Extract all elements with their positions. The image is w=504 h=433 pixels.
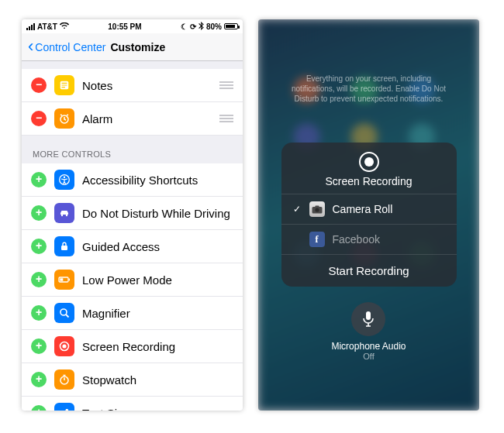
screen-recording-popup: Screen Recording ✓ Camera Roll f Faceboo… (281, 143, 457, 287)
page-title: Customize (110, 41, 165, 53)
facebook-icon: f (309, 232, 325, 247)
remove-button[interactable]: − (31, 111, 47, 126)
back-label: Control Center (35, 41, 105, 53)
list-item[interactable]: + Guided Access (22, 230, 243, 263)
battery-pct-label: 80% (206, 22, 222, 31)
list-item-label: Low Power Mode (82, 273, 233, 287)
accessibility-icon (54, 170, 74, 190)
status-bar: AT&T 10:55 PM ☾ ⟳ 80% (22, 19, 243, 33)
list-item[interactable]: − Notes (22, 69, 243, 102)
svg-point-10 (60, 309, 67, 315)
option-label: Camera Roll (333, 203, 393, 215)
alarm-icon (54, 108, 74, 129)
option-label: Facebook (333, 233, 380, 246)
svg-point-5 (66, 215, 67, 216)
destination-option-facebook[interactable]: f Facebook (281, 225, 457, 255)
microphone-toggle-button[interactable] (351, 302, 385, 336)
list-item-label: Notes (82, 79, 212, 92)
list-item-label: Stopwatch (82, 373, 233, 387)
battery-icon (224, 23, 238, 29)
list-item[interactable]: − Alarm (22, 102, 243, 136)
back-button[interactable]: ‹ Control Center (28, 39, 105, 56)
svg-point-12 (62, 344, 66, 348)
add-button[interactable]: + (31, 205, 47, 221)
wifi-icon (60, 22, 69, 31)
carrier-label: AT&T (37, 22, 57, 31)
mic-label: Microphone Audio (331, 341, 406, 352)
recording-hint: Everything on your screen, including not… (288, 74, 450, 104)
svg-rect-6 (61, 246, 67, 250)
record-icon (54, 336, 74, 356)
reorder-handle-icon[interactable] (219, 115, 233, 122)
svg-point-3 (64, 177, 65, 178)
list-item[interactable]: + AA Text Size (22, 397, 243, 411)
list-item[interactable]: + Do Not Disturb While Driving (22, 197, 243, 230)
svg-point-4 (61, 215, 63, 216)
notes-icon (54, 75, 74, 95)
list-item-label: Alarm (82, 112, 212, 125)
right-phone-recording: Everything on your screen, including not… (258, 19, 479, 411)
stopwatch-icon (54, 369, 74, 390)
popup-title: Screen Recording (281, 175, 457, 187)
mic-state: Off (363, 352, 374, 361)
list-item[interactable]: + Accessibility Shortcuts (22, 163, 243, 197)
svg-rect-17 (366, 311, 371, 320)
battery-low-icon (54, 270, 74, 290)
list-item[interactable]: + Screen Recording (22, 330, 243, 363)
orientation-lock-icon: ⟳ (190, 22, 196, 31)
lock-icon (54, 236, 74, 256)
list-item[interactable]: + Low Power Mode (22, 263, 243, 297)
add-button[interactable]: + (31, 305, 47, 321)
section-header: MORE CONTROLS (22, 136, 243, 163)
list-item-label: Text Size (82, 407, 233, 411)
list-item-label: Do Not Disturb While Driving (82, 207, 233, 220)
bluetooth-icon (198, 22, 204, 32)
record-target-icon (359, 152, 379, 172)
microphone-icon (361, 311, 375, 328)
add-button[interactable]: + (31, 338, 47, 354)
magnifier-icon (54, 303, 74, 323)
list-item-label: Magnifier (82, 307, 233, 320)
checkmark-icon: ✓ (292, 204, 302, 215)
list-item-label: Accessibility Shortcuts (82, 174, 233, 187)
svg-point-15 (315, 208, 319, 211)
list-item-label: Screen Recording (82, 340, 233, 353)
do-not-disturb-icon: ☾ (181, 22, 188, 31)
chevron-left-icon: ‹ (28, 38, 33, 55)
svg-rect-16 (315, 205, 319, 208)
list-item[interactable]: + Stopwatch (22, 363, 243, 397)
remove-button[interactable]: − (31, 77, 47, 93)
svg-rect-9 (69, 279, 70, 281)
clock-label: 10:55 PM (108, 22, 141, 31)
camera-icon (309, 201, 325, 217)
add-button[interactable]: + (31, 372, 47, 387)
nav-bar: ‹ Control Center Customize (22, 33, 243, 61)
list-item-label: Guided Access (82, 240, 233, 253)
reorder-handle-icon[interactable] (219, 81, 233, 89)
controls-list: − Notes − Alarm MORE CONTROLS + (22, 61, 243, 411)
car-icon (54, 203, 74, 223)
add-button[interactable]: + (31, 239, 47, 254)
start-recording-button[interactable]: Start Recording (281, 255, 457, 287)
svg-rect-8 (60, 278, 63, 280)
add-button[interactable]: + (31, 272, 47, 287)
add-button[interactable]: + (31, 405, 47, 411)
text-size-icon: AA (54, 403, 74, 411)
left-phone-settings: AT&T 10:55 PM ☾ ⟳ 80% ‹ Control Center (22, 19, 243, 411)
list-item[interactable]: + Magnifier (22, 297, 243, 330)
add-button[interactable]: + (31, 172, 47, 187)
destination-option-camera-roll[interactable]: ✓ Camera Roll (281, 194, 457, 225)
signal-bars-icon (26, 23, 35, 30)
